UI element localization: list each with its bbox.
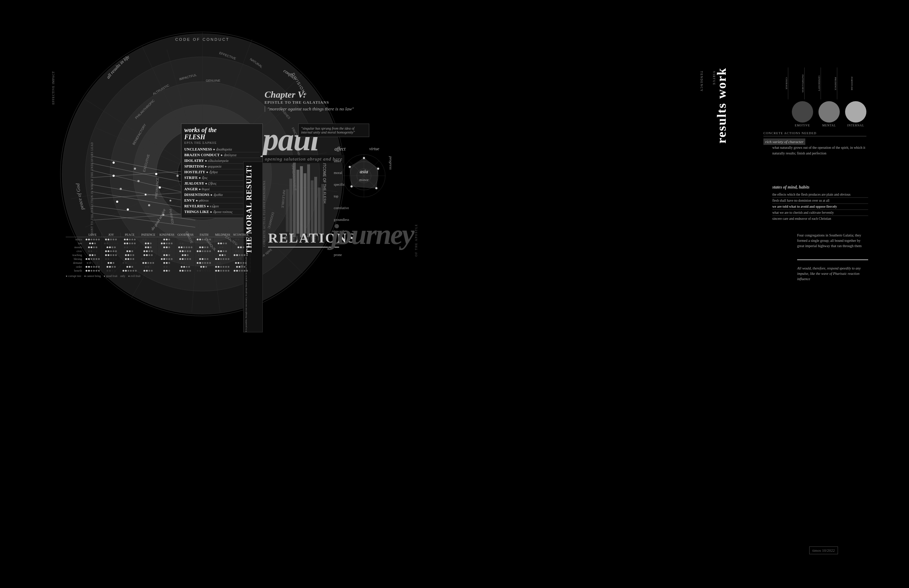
dot-cell xyxy=(213,254,232,257)
chapter-subtitle: EPISTLE TO THE GALATIANS xyxy=(265,100,375,104)
dot xyxy=(205,254,207,256)
dot xyxy=(150,239,152,241)
relation-moral: moral xyxy=(334,171,349,175)
dot xyxy=(240,262,242,264)
dot-row-label: benefit xyxy=(66,269,84,272)
dot xyxy=(209,262,211,264)
dot xyxy=(240,258,242,260)
dot xyxy=(202,242,203,244)
dot xyxy=(187,254,189,256)
dot xyxy=(88,250,90,252)
dot xyxy=(93,239,95,241)
dot-cell xyxy=(139,265,158,268)
dot xyxy=(179,242,181,244)
dot xyxy=(168,262,170,264)
dot xyxy=(113,250,114,252)
dot-cell xyxy=(176,257,195,261)
dot xyxy=(162,250,164,252)
dot xyxy=(149,270,150,271)
dot xyxy=(130,254,132,256)
dot-cell xyxy=(176,254,195,257)
circle-internal: INTERNAL xyxy=(845,101,866,127)
dot xyxy=(199,262,201,264)
dot xyxy=(181,266,182,268)
dot xyxy=(235,239,237,241)
dot xyxy=(168,239,170,241)
dot xyxy=(150,266,152,268)
dot xyxy=(244,242,245,244)
dot xyxy=(207,239,208,241)
dot xyxy=(166,242,168,244)
dot xyxy=(110,262,112,264)
dot xyxy=(246,254,248,256)
svg-point-64 xyxy=(134,168,136,170)
dot xyxy=(189,242,191,244)
dot xyxy=(191,239,192,241)
dot xyxy=(239,242,241,244)
dot xyxy=(141,258,143,260)
dot xyxy=(166,270,168,271)
dot xyxy=(108,239,109,241)
dot xyxy=(223,242,224,244)
dot xyxy=(168,254,170,256)
dot xyxy=(228,258,229,260)
dot-cell xyxy=(102,261,120,265)
dot xyxy=(205,266,207,268)
states-item-5: sincere care and endeavor of each Christ… xyxy=(772,216,868,221)
progress-label: progress xyxy=(389,156,393,170)
dot xyxy=(98,270,100,271)
svg-text:GENUINE: GENUINE xyxy=(206,79,220,82)
dot-cell xyxy=(120,261,139,265)
dot-cell xyxy=(195,265,213,268)
dot-cell xyxy=(176,238,195,241)
dot xyxy=(171,258,173,260)
svg-point-111 xyxy=(350,185,353,187)
dot xyxy=(131,242,133,244)
dot-row: blesing xyxy=(66,257,250,261)
dot xyxy=(218,258,220,260)
dot xyxy=(187,242,189,244)
dot xyxy=(224,254,226,256)
svg-line-53 xyxy=(92,156,195,178)
dot xyxy=(108,258,109,260)
dot xyxy=(130,258,132,260)
dot xyxy=(218,266,220,268)
dot xyxy=(189,250,191,252)
dot xyxy=(246,242,248,244)
dot-row-label: demand xyxy=(66,261,84,265)
svg-rect-82 xyxy=(307,165,310,237)
dot xyxy=(228,270,229,271)
respond-text: All would, therefore, respond speedily t… xyxy=(797,266,868,281)
svg-line-60 xyxy=(92,206,195,220)
dot-cell xyxy=(102,242,120,245)
dot xyxy=(221,254,223,256)
dot xyxy=(146,250,148,252)
dot xyxy=(109,270,111,271)
dot xyxy=(126,239,128,241)
dot xyxy=(88,266,90,268)
dot xyxy=(86,266,87,268)
dot-matrix-legend: ● corrupt tree ● cannot bring ● good fru… xyxy=(66,275,250,278)
relations-title-section: RELATIONS xyxy=(268,230,339,247)
dot xyxy=(128,254,129,256)
dot xyxy=(224,239,226,241)
dot-row: demand xyxy=(66,261,250,265)
dot xyxy=(225,250,227,252)
dot xyxy=(235,250,237,252)
dot xyxy=(237,250,239,252)
dot xyxy=(165,250,166,252)
states-section: states of mind, habits the effects which… xyxy=(772,185,868,221)
virtue-generosity: GENEROSITY xyxy=(818,68,834,99)
dot xyxy=(89,262,91,264)
dot xyxy=(167,250,169,252)
dot-row: civic xyxy=(66,250,250,253)
dot xyxy=(220,250,222,252)
dot-cell xyxy=(232,238,250,241)
dot xyxy=(184,242,186,244)
chapter-title: Chapter V: xyxy=(265,89,375,100)
dot xyxy=(184,258,186,260)
dot xyxy=(145,246,147,248)
dot xyxy=(152,262,154,264)
dot-cell xyxy=(120,246,139,249)
dot-cell xyxy=(102,250,120,253)
